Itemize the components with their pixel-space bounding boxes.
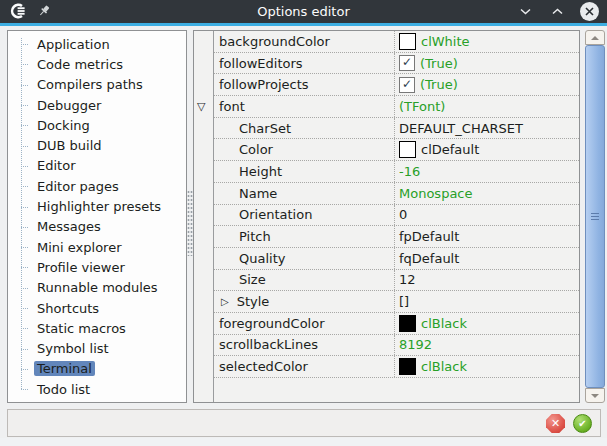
- property-value[interactable]: Monospace: [395, 183, 579, 204]
- property-value[interactable]: clWhite: [395, 31, 579, 52]
- titlebar: Options editor: [0, 0, 607, 23]
- checkbox[interactable]: ✓: [399, 77, 415, 93]
- property-row-selectedColor[interactable]: selectedColorclBlack: [214, 356, 579, 378]
- active-window-accent-line: [0, 23, 607, 26]
- property-value[interactable]: ✓(True): [395, 53, 579, 74]
- property-row-CharSet[interactable]: CharSetDEFAULT_CHARSET: [214, 118, 579, 140]
- property-value-label: Monospace: [399, 186, 473, 201]
- sidebar-item-messages[interactable]: Messages: [8, 217, 186, 237]
- sidebar-item-label: Terminal: [34, 361, 95, 376]
- property-grid: ▽ backgroundColorclWhitefollowEditors✓(T…: [193, 30, 580, 403]
- footer-bar: ✕ ✔: [7, 409, 601, 437]
- property-value[interactable]: clBlack: [395, 313, 579, 334]
- property-row-Pitch[interactable]: PitchfpDefault: [214, 226, 579, 248]
- property-name-label: selectedColor: [219, 359, 308, 374]
- property-row-Height[interactable]: Height-16: [214, 161, 579, 183]
- property-row-backgroundColor[interactable]: backgroundColorclWhite: [214, 31, 579, 53]
- property-value[interactable]: (TFont): [395, 96, 579, 117]
- sidebar-item-editor-pages[interactable]: Editor pages: [8, 176, 186, 196]
- tree-connector-icon: [21, 85, 28, 86]
- sidebar-item-editor[interactable]: Editor: [8, 156, 186, 176]
- sidebar-item-symbol-list[interactable]: Symbol list: [8, 338, 186, 358]
- property-value[interactable]: DEFAULT_CHARSET: [395, 118, 579, 139]
- sidebar-item-dub-build[interactable]: DUB build: [8, 135, 186, 155]
- property-value-label: clBlack: [421, 359, 467, 374]
- cancel-button[interactable]: ✕: [546, 414, 565, 433]
- close-button[interactable]: [580, 2, 599, 21]
- property-value-label: -16: [399, 164, 420, 179]
- accept-button[interactable]: ✔: [573, 414, 592, 433]
- property-row-scrollbackLines[interactable]: scrollbackLines8192: [214, 335, 579, 357]
- property-value[interactable]: 8192: [395, 335, 579, 356]
- property-row-Size[interactable]: Size12: [214, 270, 579, 292]
- sidebar-item-static-macros[interactable]: Static macros: [8, 318, 186, 338]
- property-name: Color: [214, 139, 395, 160]
- tree-connector-icon: [21, 146, 28, 147]
- property-value-label: 8192: [399, 337, 432, 352]
- property-row-Name[interactable]: NameMonospace: [214, 183, 579, 205]
- property-row-Color[interactable]: ColorclDefault: [214, 139, 579, 161]
- property-row-Quality[interactable]: QualityfqDefault: [214, 248, 579, 270]
- property-name: Pitch: [214, 226, 395, 247]
- property-value[interactable]: []: [395, 291, 579, 312]
- property-row-followEditors[interactable]: followEditors✓(True): [214, 53, 579, 75]
- property-value[interactable]: 0: [395, 205, 579, 226]
- property-value[interactable]: -16: [395, 161, 579, 182]
- sidebar-item-todo-list[interactable]: Todo list: [8, 379, 186, 399]
- category-tree: ApplicationCode metricsCompilers pathsDe…: [7, 30, 187, 403]
- accept-check-icon: ✔: [578, 418, 586, 429]
- property-name: backgroundColor: [214, 31, 395, 52]
- sidebar-item-label: Profile viewer: [34, 260, 128, 275]
- sidebar-item-code-metrics[interactable]: Code metrics: [8, 54, 186, 74]
- property-value[interactable]: ✓(True): [395, 74, 579, 95]
- sidebar-item-docking[interactable]: Docking: [8, 115, 186, 135]
- property-name-label: foregroundColor: [219, 316, 325, 331]
- property-name-label: Color: [239, 142, 273, 157]
- property-row-foregroundColor[interactable]: foregroundColorclBlack: [214, 313, 579, 335]
- property-row-Style[interactable]: ▷Style[]: [214, 291, 579, 313]
- sidebar-item-runnable-modules[interactable]: Runnable modules: [8, 278, 186, 298]
- property-rows: backgroundColorclWhitefollowEditors✓(Tru…: [213, 31, 579, 402]
- property-value-label: clWhite: [421, 34, 470, 49]
- sidebar-item-label: Mini explorer: [34, 240, 125, 255]
- property-value-label: 12: [399, 272, 416, 287]
- tree-connector-icon: [21, 44, 28, 45]
- property-value[interactable]: fqDefault: [395, 248, 579, 269]
- sidebar-item-label: Editor: [34, 158, 78, 173]
- property-value[interactable]: 12: [395, 270, 579, 291]
- sidebar-item-mini-explorer[interactable]: Mini explorer: [8, 237, 186, 257]
- scroll-up-button[interactable]: [585, 30, 605, 45]
- expand-icon[interactable]: ▷: [221, 296, 229, 307]
- tree-connector-icon: [21, 308, 28, 309]
- minimize-button[interactable]: [516, 2, 535, 21]
- maximize-button[interactable]: [548, 2, 567, 21]
- property-row-font[interactable]: font(TFont): [214, 96, 579, 118]
- property-name: followProjects: [214, 74, 395, 95]
- checkbox[interactable]: ✓: [399, 55, 415, 71]
- collapse-icon[interactable]: ▽: [197, 101, 205, 112]
- cancel-x-icon: ✕: [551, 417, 560, 430]
- tree-connector-icon: [21, 349, 28, 350]
- sidebar-item-label: Messages: [34, 219, 104, 234]
- sidebar-item-shortcuts[interactable]: Shortcuts: [8, 298, 186, 318]
- scroll-down-button[interactable]: [585, 388, 605, 403]
- grid-scrollbar[interactable]: [585, 30, 605, 403]
- property-name: Quality: [214, 248, 395, 269]
- property-value[interactable]: clBlack: [395, 356, 579, 377]
- sidebar-item-profile-viewer[interactable]: Profile viewer: [8, 257, 186, 277]
- sidebar-item-terminal[interactable]: Terminal: [8, 359, 186, 379]
- sidebar-item-label: Shortcuts: [34, 301, 102, 316]
- property-value[interactable]: clDefault: [395, 139, 579, 160]
- property-row-followProjects[interactable]: followProjects✓(True): [214, 74, 579, 96]
- property-row-Orientation[interactable]: Orientation0: [214, 205, 579, 227]
- sidebar-item-debugger[interactable]: Debugger: [8, 95, 186, 115]
- sidebar-item-highlighter-presets[interactable]: Highlighter presets: [8, 196, 186, 216]
- tree-connector-icon: [21, 186, 28, 187]
- scrollbar-thumb[interactable]: [585, 45, 605, 388]
- tree-connector-icon: [21, 288, 28, 289]
- window-bottom-edge: [0, 438, 607, 446]
- sidebar-item-application[interactable]: Application: [8, 34, 186, 54]
- sidebar-item-compilers-paths[interactable]: Compilers paths: [8, 75, 186, 95]
- property-value[interactable]: fpDefault: [395, 226, 579, 247]
- property-name-label: Name: [239, 186, 277, 201]
